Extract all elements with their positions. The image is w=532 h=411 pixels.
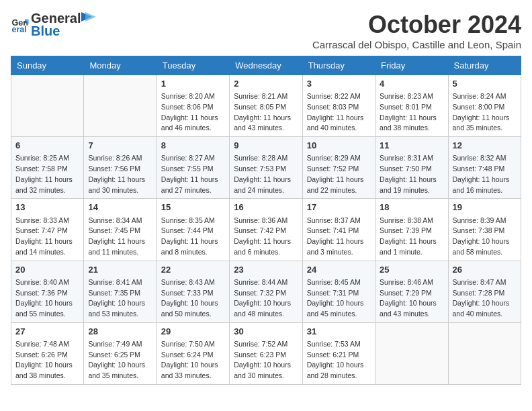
calendar-week-row: 27Sunrise: 7:48 AM Sunset: 6:26 PM Dayli… — [11, 322, 521, 384]
calendar-cell: 19Sunrise: 8:39 AM Sunset: 7:38 PM Dayli… — [448, 199, 521, 261]
calendar-cell: 3Sunrise: 8:22 AM Sunset: 8:03 PM Daylig… — [302, 75, 375, 137]
day-info: Sunrise: 8:37 AM Sunset: 7:41 PM Dayligh… — [307, 216, 371, 258]
calendar-cell: 7Sunrise: 8:26 AM Sunset: 7:56 PM Daylig… — [84, 137, 157, 199]
day-info: Sunrise: 8:26 AM Sunset: 7:56 PM Dayligh… — [88, 153, 152, 195]
day-number: 17 — [307, 201, 371, 214]
day-info: Sunrise: 8:21 AM Sunset: 8:05 PM Dayligh… — [234, 91, 298, 134]
svg-text:eral: eral — [11, 25, 26, 34]
day-number: 25 — [380, 264, 443, 276]
day-number: 2 — [234, 78, 298, 90]
day-info: Sunrise: 8:41 AM Sunset: 7:35 PM Dayligh… — [88, 277, 152, 320]
calendar-cell: 23Sunrise: 8:44 AM Sunset: 7:32 PM Dayli… — [230, 261, 302, 322]
calendar-cell: 9Sunrise: 8:28 AM Sunset: 7:53 PM Daylig… — [230, 137, 302, 199]
day-info: Sunrise: 8:47 AM Sunset: 7:28 PM Dayligh… — [453, 277, 517, 320]
day-number: 29 — [161, 326, 225, 338]
calendar-cell — [84, 75, 157, 137]
day-info: Sunrise: 8:34 AM Sunset: 7:45 PM Dayligh… — [88, 216, 152, 258]
calendar-cell — [375, 322, 448, 384]
calendar-cell: 4Sunrise: 8:23 AM Sunset: 8:01 PM Daylig… — [375, 75, 448, 137]
calendar-cell: 14Sunrise: 8:34 AM Sunset: 7:45 PM Dayli… — [84, 199, 157, 261]
day-number: 12 — [453, 140, 517, 152]
day-number: 8 — [161, 140, 225, 152]
day-info: Sunrise: 8:24 AM Sunset: 8:00 PM Dayligh… — [453, 91, 517, 134]
day-info: Sunrise: 8:43 AM Sunset: 7:33 PM Dayligh… — [161, 277, 225, 320]
day-number: 31 — [307, 326, 371, 338]
day-info: Sunrise: 8:20 AM Sunset: 8:06 PM Dayligh… — [161, 91, 225, 134]
day-info: Sunrise: 8:45 AM Sunset: 7:31 PM Dayligh… — [307, 277, 371, 320]
day-number: 16 — [234, 201, 298, 214]
day-number: 13 — [15, 201, 79, 214]
header-monday: Monday — [84, 56, 157, 75]
day-info: Sunrise: 8:39 AM Sunset: 7:38 PM Dayligh… — [453, 216, 517, 258]
day-info: Sunrise: 8:22 AM Sunset: 8:03 PM Dayligh… — [307, 91, 371, 134]
month-title: October 2024 — [312, 11, 521, 39]
location-title: Carrascal del Obispo, Castille and Leon,… — [312, 39, 521, 50]
calendar-cell: 13Sunrise: 8:33 AM Sunset: 7:47 PM Dayli… — [11, 199, 84, 261]
day-number: 19 — [453, 201, 517, 214]
calendar-cell: 26Sunrise: 8:47 AM Sunset: 7:28 PM Dayli… — [448, 261, 521, 322]
calendar-week-row: 20Sunrise: 8:40 AM Sunset: 7:36 PM Dayli… — [11, 261, 521, 322]
day-info: Sunrise: 8:40 AM Sunset: 7:36 PM Dayligh… — [15, 277, 79, 320]
day-number: 11 — [380, 140, 443, 152]
calendar-header-row: SundayMondayTuesdayWednesdayThursdayFrid… — [11, 56, 521, 75]
calendar-cell: 17Sunrise: 8:37 AM Sunset: 7:41 PM Dayli… — [302, 199, 375, 261]
calendar-cell: 16Sunrise: 8:36 AM Sunset: 7:42 PM Dayli… — [230, 199, 302, 261]
calendar-cell: 21Sunrise: 8:41 AM Sunset: 7:35 PM Dayli… — [84, 261, 157, 322]
calendar-cell: 1Sunrise: 8:20 AM Sunset: 8:06 PM Daylig… — [157, 75, 229, 137]
calendar-cell — [448, 322, 521, 384]
calendar-cell: 31Sunrise: 7:53 AM Sunset: 6:21 PM Dayli… — [302, 322, 375, 384]
day-info: Sunrise: 7:50 AM Sunset: 6:24 PM Dayligh… — [161, 339, 225, 381]
day-number: 30 — [234, 326, 298, 338]
calendar-week-row: 6Sunrise: 8:25 AM Sunset: 7:58 PM Daylig… — [11, 137, 521, 199]
day-number: 26 — [453, 264, 517, 276]
header-saturday: Saturday — [448, 56, 521, 75]
day-info: Sunrise: 8:32 AM Sunset: 7:48 PM Dayligh… — [453, 153, 517, 195]
day-number: 27 — [15, 326, 79, 338]
day-number: 21 — [88, 264, 152, 276]
header-thursday: Thursday — [302, 56, 375, 75]
calendar-table: SundayMondayTuesdayWednesdayThursdayFrid… — [11, 56, 521, 385]
calendar-cell: 28Sunrise: 7:49 AM Sunset: 6:25 PM Dayli… — [84, 322, 157, 384]
day-info: Sunrise: 8:46 AM Sunset: 7:29 PM Dayligh… — [380, 277, 443, 320]
day-number: 20 — [15, 264, 79, 276]
calendar-cell: 6Sunrise: 8:25 AM Sunset: 7:58 PM Daylig… — [11, 137, 84, 199]
day-info: Sunrise: 8:33 AM Sunset: 7:47 PM Dayligh… — [15, 216, 79, 258]
day-info: Sunrise: 7:53 AM Sunset: 6:21 PM Dayligh… — [307, 339, 371, 381]
calendar-cell: 11Sunrise: 8:31 AM Sunset: 7:50 PM Dayli… — [375, 137, 448, 199]
day-number: 5 — [453, 78, 517, 90]
svg-marker-5 — [85, 12, 96, 21]
calendar-cell: 20Sunrise: 8:40 AM Sunset: 7:36 PM Dayli… — [11, 261, 84, 322]
day-info: Sunrise: 8:25 AM Sunset: 7:58 PM Dayligh… — [15, 153, 79, 195]
calendar-cell: 5Sunrise: 8:24 AM Sunset: 8:00 PM Daylig… — [448, 75, 521, 137]
day-info: Sunrise: 7:52 AM Sunset: 6:23 PM Dayligh… — [234, 339, 298, 381]
page-header: Gen eral General Blue October 2024 Carra… — [11, 11, 521, 50]
calendar-cell: 12Sunrise: 8:32 AM Sunset: 7:48 PM Dayli… — [448, 137, 521, 199]
calendar-cell: 24Sunrise: 8:45 AM Sunset: 7:31 PM Dayli… — [302, 261, 375, 322]
day-number: 10 — [307, 140, 371, 152]
calendar-cell: 18Sunrise: 8:38 AM Sunset: 7:39 PM Dayli… — [375, 199, 448, 261]
day-number: 6 — [15, 140, 79, 152]
calendar-cell: 22Sunrise: 8:43 AM Sunset: 7:33 PM Dayli… — [157, 261, 229, 322]
day-number: 1 — [161, 78, 225, 90]
header-friday: Friday — [375, 56, 448, 75]
day-info: Sunrise: 8:44 AM Sunset: 7:32 PM Dayligh… — [234, 277, 298, 320]
calendar-cell: 15Sunrise: 8:35 AM Sunset: 7:44 PM Dayli… — [157, 199, 229, 261]
day-number: 15 — [161, 201, 225, 214]
day-number: 24 — [307, 264, 371, 276]
calendar-cell: 8Sunrise: 8:27 AM Sunset: 7:55 PM Daylig… — [157, 137, 229, 199]
day-info: Sunrise: 8:38 AM Sunset: 7:39 PM Dayligh… — [380, 216, 443, 258]
calendar-cell: 25Sunrise: 8:46 AM Sunset: 7:29 PM Dayli… — [375, 261, 448, 322]
calendar-cell — [11, 75, 84, 137]
logo-icon: Gen eral — [11, 15, 30, 34]
day-info: Sunrise: 8:29 AM Sunset: 7:52 PM Dayligh… — [307, 153, 371, 195]
day-number: 3 — [307, 78, 371, 90]
calendar-cell: 30Sunrise: 7:52 AM Sunset: 6:23 PM Dayli… — [230, 322, 302, 384]
day-info: Sunrise: 7:49 AM Sunset: 6:25 PM Dayligh… — [88, 339, 152, 381]
calendar-cell: 29Sunrise: 7:50 AM Sunset: 6:24 PM Dayli… — [157, 322, 229, 384]
day-number: 18 — [380, 201, 443, 214]
title-block: October 2024 Carrascal del Obispo, Casti… — [312, 11, 521, 50]
day-number: 22 — [161, 264, 225, 276]
day-info: Sunrise: 8:27 AM Sunset: 7:55 PM Dayligh… — [161, 153, 225, 195]
day-info: Sunrise: 8:36 AM Sunset: 7:42 PM Dayligh… — [234, 216, 298, 258]
header-wednesday: Wednesday — [230, 56, 302, 75]
